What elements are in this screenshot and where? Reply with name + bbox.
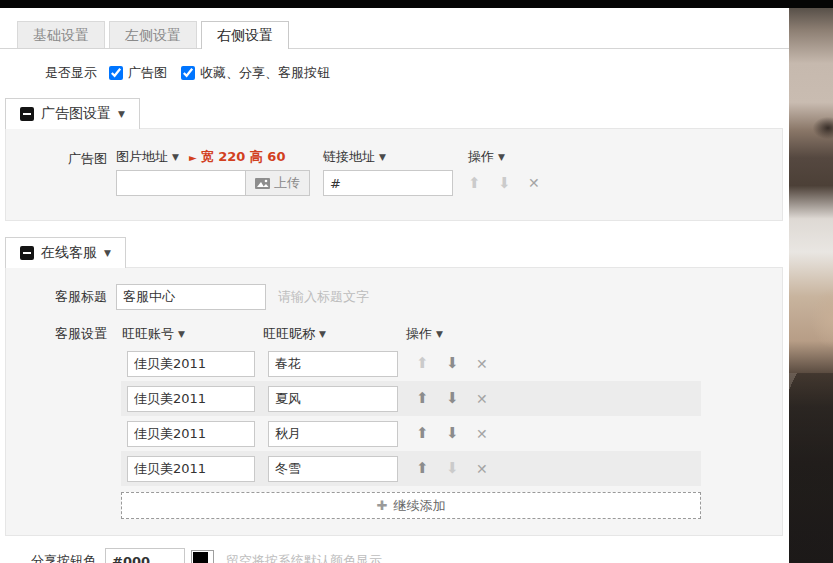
- nickname-input[interactable]: [268, 421, 398, 447]
- chevron-down-icon: ▼: [436, 329, 443, 339]
- ops-column-header[interactable]: 操作: [406, 325, 432, 343]
- service-row: ⬆ ⬇ ✕: [121, 346, 701, 381]
- chevron-down-icon: ▼: [379, 152, 386, 162]
- tab-bar: 基础设置 左侧设置 右侧设置: [0, 8, 789, 49]
- ad-image-checkbox-label[interactable]: 广告图: [109, 64, 167, 82]
- share-color-input[interactable]: [105, 548, 185, 563]
- service-title-label: 客服标题: [6, 288, 116, 306]
- service-panel: 客服标题 请输入标题文字 客服设置 旺旺账号 ▼ 旺旺昵称 ▼: [5, 267, 783, 536]
- suit-lapel-shape: [788, 373, 833, 563]
- collapse-minus-icon[interactable]: [20, 107, 34, 121]
- service-header[interactable]: 在线客服 ▼: [5, 237, 126, 268]
- delete-icon[interactable]: ✕: [476, 357, 488, 371]
- chevron-down-icon: ▼: [104, 248, 111, 258]
- chevron-down-icon: ▼: [178, 329, 185, 339]
- upload-button-label: 上传: [274, 174, 300, 192]
- color-picker-swatch[interactable]: [191, 550, 214, 563]
- move-up-icon[interactable]: ⬆: [468, 176, 498, 191]
- account-input[interactable]: [127, 421, 255, 447]
- tab-basic-settings[interactable]: 基础设置: [17, 21, 105, 48]
- ad-link-column: 链接地址 ▼: [323, 147, 453, 196]
- delete-icon[interactable]: ✕: [476, 392, 488, 406]
- fav-share-service-checkbox-label[interactable]: 收藏、分享、客服按钮: [181, 64, 330, 82]
- chevron-down-icon: ▼: [118, 109, 125, 119]
- nickname-column-header[interactable]: 旺旺昵称: [263, 325, 315, 343]
- add-more-label: 继续添加: [393, 497, 445, 515]
- fav-share-service-checkbox-text: 收藏、分享、客服按钮: [200, 64, 330, 82]
- move-up-icon[interactable]: ⬆: [416, 391, 446, 406]
- chevron-down-icon: ▼: [498, 152, 505, 162]
- display-row-label: 是否显示: [45, 64, 97, 82]
- chevron-down-icon: ▼: [172, 152, 179, 162]
- service-rows: ⬆ ⬇ ✕ ⬆ ⬇ ✕: [121, 346, 701, 486]
- ad-image-checkbox-text: 广告图: [128, 64, 167, 82]
- service-row: ⬆ ⬇ ✕: [121, 416, 701, 451]
- move-down-icon[interactable]: ⬇: [446, 461, 476, 476]
- upload-button[interactable]: 上传: [245, 170, 310, 196]
- ad-image-column: 图片地址 ▼ ► 宽 220 高 60: [116, 147, 310, 196]
- service-settings-header-row: 客服设置 旺旺账号 ▼ 旺旺昵称 ▼ 操作 ▼: [6, 324, 782, 344]
- share-color-hint: 留空将按系统默认颜色显示: [226, 552, 382, 563]
- ad-settings-title: 广告图设置: [41, 105, 111, 123]
- display-toggle-row: 是否显示 广告图 收藏、分享、客服按钮: [45, 64, 789, 82]
- ad-row: 广告图 图片地址 ▼ ► 宽 220 高 60: [6, 147, 782, 196]
- account-input[interactable]: [127, 456, 255, 482]
- ad-settings-panel: 广告图 图片地址 ▼ ► 宽 220 高 60: [5, 128, 783, 221]
- link-url-input[interactable]: [323, 170, 453, 196]
- service-row: ⬆ ⬇ ✕: [121, 451, 701, 486]
- image-url-column-header[interactable]: 图片地址: [116, 148, 168, 166]
- service-row: ⬆ ⬇ ✕: [121, 381, 701, 416]
- size-hint: ► 宽 220 高 60: [189, 148, 286, 166]
- collapse-minus-icon[interactable]: [20, 246, 34, 260]
- account-input[interactable]: [127, 386, 255, 412]
- tab-left-settings[interactable]: 左侧设置: [109, 21, 197, 48]
- service-title-row: 客服标题 请输入标题文字: [6, 283, 782, 311]
- nickname-input[interactable]: [268, 386, 398, 412]
- ad-ops-column: 操作 ▼ ⬆ ⬇ ✕: [468, 147, 540, 196]
- move-down-icon[interactable]: ⬇: [498, 176, 528, 191]
- ad-settings-section: 广告图设置 ▼ 广告图 图片地址 ▼ ► 宽 220 高 60: [5, 98, 783, 221]
- nickname-input[interactable]: [268, 351, 398, 377]
- nickname-input[interactable]: [268, 456, 398, 482]
- move-up-icon[interactable]: ⬆: [416, 426, 446, 441]
- service-settings-label: 客服设置: [6, 325, 116, 343]
- ad-image-checkbox[interactable]: [109, 66, 123, 80]
- account-input[interactable]: [127, 351, 255, 377]
- arrow-right-icon: ►: [189, 152, 197, 163]
- tab-right-settings[interactable]: 右侧设置: [201, 21, 289, 49]
- ops-column-header[interactable]: 操作: [468, 148, 494, 166]
- service-title: 在线客服: [41, 244, 97, 262]
- service-section: 在线客服 ▼ 客服标题 请输入标题文字 客服设置 旺旺账号 ▼: [5, 237, 783, 536]
- settings-content: 基础设置 左侧设置 右侧设置 是否显示 广告图 收藏、分享、客服按钮 广告图设置…: [0, 8, 789, 563]
- service-title-input[interactable]: [116, 284, 266, 310]
- chevron-down-icon: ▼: [319, 329, 326, 339]
- delete-icon[interactable]: ✕: [476, 427, 488, 441]
- ad-row-label: 广告图: [6, 147, 116, 196]
- top-black-bar: [0, 0, 833, 8]
- move-up-icon[interactable]: ⬆: [416, 356, 446, 371]
- delete-icon[interactable]: ✕: [528, 176, 540, 190]
- service-title-hint: 请输入标题文字: [278, 288, 369, 306]
- move-down-icon[interactable]: ⬇: [446, 426, 476, 441]
- image-icon: [255, 178, 270, 189]
- share-color-label: 分享按钮色: [0, 552, 105, 563]
- image-url-input[interactable]: [116, 170, 246, 196]
- account-column-header[interactable]: 旺旺账号: [122, 325, 174, 343]
- move-up-icon[interactable]: ⬆: [416, 461, 446, 476]
- page: 基础设置 左侧设置 右侧设置 是否显示 广告图 收藏、分享、客服按钮 广告图设置…: [0, 0, 833, 563]
- link-url-column-header[interactable]: 链接地址: [323, 148, 375, 166]
- color-swatch-fill: [193, 552, 208, 563]
- move-down-icon[interactable]: ⬇: [446, 356, 476, 371]
- add-more-button[interactable]: ✚ 继续添加: [121, 492, 701, 519]
- delete-icon[interactable]: ✕: [476, 462, 488, 476]
- background-photo: [788, 8, 833, 563]
- plus-icon: ✚: [377, 498, 388, 513]
- move-down-icon[interactable]: ⬇: [446, 391, 476, 406]
- share-color-row: 分享按钮色 留空将按系统默认颜色显示: [0, 548, 789, 563]
- fav-share-service-checkbox[interactable]: [181, 66, 195, 80]
- ad-settings-header[interactable]: 广告图设置 ▼: [5, 98, 140, 129]
